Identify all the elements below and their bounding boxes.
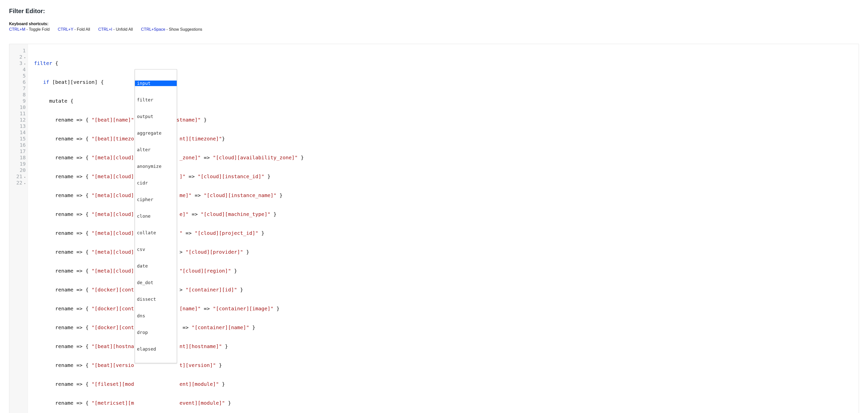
autocomplete-popup[interactable]: input filter output aggregate alter anon… — [135, 69, 177, 363]
line-number: 8 — [9, 92, 26, 98]
line-number: 16 — [9, 142, 26, 148]
autocomplete-item[interactable]: aggregate — [135, 130, 177, 136]
line-number: 19 — [9, 161, 26, 167]
autocomplete-item[interactable]: anonymize — [135, 164, 177, 169]
line-number: 20 — [9, 167, 26, 173]
line-number: 17 — [9, 148, 26, 155]
autocomplete-item[interactable]: dissect — [135, 296, 177, 302]
line-number: 9 — [9, 98, 26, 104]
line-number-gutter: 1 2 3 4 5 6 7 8 9 10 11 12 13 14 15 16 1… — [9, 44, 28, 413]
autocomplete-item[interactable]: dns — [135, 313, 177, 319]
line-number: 11 — [9, 110, 26, 117]
code-area[interactable]: filter { if [beat][version] { mutate { r… — [28, 44, 859, 413]
autocomplete-item[interactable]: output — [135, 114, 177, 119]
line-number: 15 — [9, 136, 26, 142]
autocomplete-item[interactable]: collate — [135, 230, 177, 235]
line-number: 7 — [9, 85, 26, 92]
shortcuts-line: CTRL+M - Toggle Fold CTRL+Y - Fold All C… — [9, 27, 859, 32]
autocomplete-item[interactable]: clone — [135, 214, 177, 219]
line-number[interactable]: 22 — [9, 180, 26, 186]
autocomplete-item[interactable]: elapsed — [135, 346, 177, 352]
code-editor[interactable]: 1 2 3 4 5 6 7 8 9 10 11 12 13 14 15 16 1… — [9, 44, 859, 413]
line-number: 5 — [9, 73, 26, 79]
line-number[interactable]: 3 — [9, 60, 26, 66]
line-number[interactable]: 2 — [9, 54, 26, 60]
line-number[interactable]: 21 — [9, 173, 26, 180]
code-line[interactable]: rename => { "[metricset][mXXXXXXXXXXXXXX… — [34, 400, 859, 406]
autocomplete-item[interactable]: de_dot — [135, 280, 177, 285]
line-number: 1 — [9, 47, 26, 54]
line-number: 14 — [9, 129, 26, 136]
shortcuts-heading: Keyboard shortcuts: — [9, 22, 859, 26]
code-line[interactable]: rename => { "[fileset][modXXXXXXXXXXXXXX… — [34, 381, 859, 387]
shortcut-unfold-all: CTRL+I - Unfold All — [98, 27, 133, 31]
autocomplete-item[interactable]: cipher — [135, 197, 177, 202]
autocomplete-item[interactable]: drop — [135, 330, 177, 335]
page-title: Filter Editor: — [9, 7, 859, 14]
line-number: 18 — [9, 155, 26, 161]
line-number: 13 — [9, 123, 26, 129]
autocomplete-item[interactable]: cidr — [135, 180, 177, 186]
line-number: 12 — [9, 117, 26, 123]
shortcut-show-suggestions: CTRL+Space - Show Suggestions — [141, 27, 202, 31]
line-number: 6 — [9, 79, 26, 85]
line-number: 4 — [9, 66, 26, 73]
line-number: 10 — [9, 104, 26, 110]
autocomplete-item[interactable]: filter — [135, 97, 177, 103]
shortcut-toggle-fold: CTRL+M - Toggle Fold — [9, 27, 50, 31]
code-line[interactable]: filter { — [34, 60, 859, 66]
autocomplete-item[interactable]: csv — [135, 247, 177, 252]
autocomplete-item[interactable]: alter — [135, 147, 177, 153]
shortcut-fold-all: CTRL+Y - Fold All — [58, 27, 90, 31]
autocomplete-item[interactable]: input — [135, 81, 177, 86]
autocomplete-item[interactable]: date — [135, 263, 177, 269]
